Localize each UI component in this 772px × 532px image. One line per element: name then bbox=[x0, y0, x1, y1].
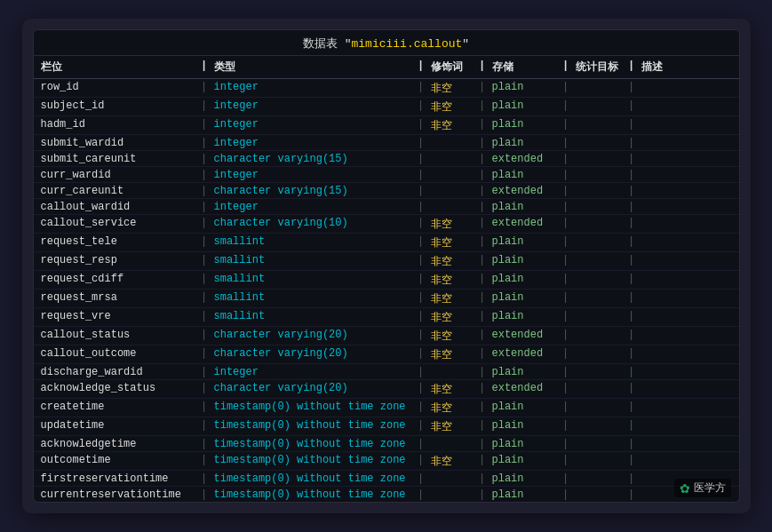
table-row: row_id | integer | 非空 | plain | | bbox=[34, 79, 739, 98]
cell-desc bbox=[638, 454, 739, 469]
cell-sep2: | bbox=[415, 185, 427, 197]
cell-field: callout_service bbox=[34, 217, 198, 232]
cell-modifier: 非空 bbox=[427, 254, 476, 269]
cell-type: integer bbox=[211, 118, 415, 133]
cell-sep1: | bbox=[198, 254, 211, 269]
cell-sep3: | bbox=[476, 254, 489, 269]
cell-sep5: | bbox=[625, 419, 638, 434]
cell-sep3: | bbox=[476, 81, 489, 96]
cell-type: integer bbox=[211, 366, 415, 378]
cell-modifier: 非空 bbox=[427, 273, 476, 288]
cell-storage: extended bbox=[489, 153, 560, 165]
header-sep5: | bbox=[625, 60, 638, 75]
cell-field: callout_status bbox=[34, 329, 198, 344]
cell-sep5: | bbox=[625, 185, 638, 197]
cell-field: request_mrsa bbox=[34, 291, 198, 306]
cell-sep2: | bbox=[415, 201, 427, 213]
cell-storage: extended bbox=[489, 382, 560, 397]
title-suffix: " bbox=[462, 37, 469, 51]
cell-type: timestamp(0) without time zone bbox=[211, 419, 415, 434]
cell-field: acknowledgetime bbox=[34, 438, 198, 450]
table-wrapper: 数据表 "mimiciii.callout" 栏位 | 类型 | 修饰词 | 存… bbox=[33, 29, 740, 503]
cell-sep4: | bbox=[560, 401, 572, 416]
table-row: createtime | timestamp(0) without time z… bbox=[34, 399, 739, 417]
table-row: callout_status | character varying(20) |… bbox=[34, 327, 739, 345]
cell-field: currentreservationtime bbox=[34, 488, 198, 501]
cell-storage: plain bbox=[489, 137, 560, 149]
cell-stat bbox=[572, 217, 625, 232]
cell-sep3: | bbox=[476, 438, 489, 450]
cell-modifier bbox=[427, 366, 476, 378]
cell-sep2: | bbox=[415, 419, 427, 434]
cell-stat bbox=[572, 329, 625, 344]
table-row: firstreservationtime | timestamp(0) with… bbox=[34, 471, 739, 487]
cell-field: curr_wardid bbox=[34, 169, 198, 181]
cell-field: discharge_wardid bbox=[34, 366, 198, 378]
cell-sep1: | bbox=[198, 329, 211, 344]
cell-type: timestamp(0) without time zone bbox=[211, 488, 415, 501]
cell-type: smallint bbox=[211, 254, 415, 269]
cell-modifier: 非空 bbox=[427, 329, 476, 344]
cell-stat bbox=[572, 137, 625, 149]
cell-modifier bbox=[427, 201, 476, 213]
cell-sep4: | bbox=[560, 153, 572, 165]
cell-sep3: | bbox=[476, 273, 489, 288]
table-row: curr_careunit | character varying(15) | … bbox=[34, 183, 739, 199]
cell-type: smallint bbox=[211, 310, 415, 325]
cell-sep2: | bbox=[415, 347, 427, 362]
cell-sep2: | bbox=[415, 329, 427, 344]
cell-field: firstreservationtime bbox=[34, 472, 198, 485]
cell-stat bbox=[572, 99, 625, 115]
cell-modifier bbox=[427, 169, 476, 181]
header-sep3: | bbox=[476, 60, 489, 75]
table-row: callout_outcome | character varying(20) … bbox=[34, 345, 739, 364]
cell-modifier bbox=[427, 137, 476, 149]
cell-sep4: | bbox=[560, 169, 572, 181]
cell-stat bbox=[572, 185, 625, 197]
cell-sep1: | bbox=[198, 488, 211, 501]
cell-sep3: | bbox=[476, 185, 489, 197]
cell-sep2: | bbox=[415, 488, 427, 501]
cell-modifier: 非空 bbox=[427, 382, 476, 397]
cell-sep1: | bbox=[198, 382, 211, 397]
cell-modifier: 非空 bbox=[427, 291, 476, 306]
header-storage: 存储 bbox=[489, 60, 560, 75]
cell-field: acknowledge_status bbox=[34, 382, 198, 397]
cell-sep4: | bbox=[560, 254, 572, 269]
cell-modifier: 非空 bbox=[427, 401, 476, 416]
table-row: request_resp | smallint | 非空 | plain | | bbox=[34, 252, 739, 271]
cell-type: integer bbox=[211, 99, 415, 115]
cell-storage: extended bbox=[489, 185, 560, 197]
cell-sep4: | bbox=[560, 273, 572, 288]
cell-modifier: 非空 bbox=[427, 419, 476, 434]
cell-storage: plain bbox=[489, 291, 560, 306]
cell-sep2: | bbox=[415, 217, 427, 232]
cell-sep2: | bbox=[415, 366, 427, 378]
cell-sep3: | bbox=[476, 329, 489, 344]
cell-storage: extended bbox=[489, 217, 560, 232]
cell-desc bbox=[638, 254, 739, 269]
cell-sep3: | bbox=[476, 169, 489, 181]
cell-stat bbox=[572, 118, 625, 133]
cell-sep5: | bbox=[625, 201, 638, 213]
cell-field: updatetime bbox=[34, 419, 198, 434]
cell-stat bbox=[572, 401, 625, 416]
cell-field: callout_outcome bbox=[34, 347, 198, 362]
table-title: 数据表 "mimiciii.callout" bbox=[34, 30, 739, 56]
watermark-container: ✿ 医学方 bbox=[674, 479, 731, 497]
cell-field: submit_wardid bbox=[34, 137, 198, 149]
cell-desc bbox=[638, 169, 739, 181]
cell-stat bbox=[572, 310, 625, 325]
cell-sep3: | bbox=[476, 137, 489, 149]
cell-stat bbox=[572, 438, 625, 450]
cell-sep3: | bbox=[476, 454, 489, 469]
table-row: submit_careunit | character varying(15) … bbox=[34, 151, 739, 167]
cell-sep5: | bbox=[625, 81, 638, 96]
cell-sep4: | bbox=[560, 382, 572, 397]
cell-sep2: | bbox=[415, 438, 427, 450]
table-name: mimiciii.callout bbox=[351, 37, 462, 51]
cell-desc bbox=[638, 235, 739, 250]
cell-stat bbox=[572, 419, 625, 434]
cell-sep4: | bbox=[560, 118, 572, 133]
header-field: 栏位 bbox=[34, 60, 198, 75]
